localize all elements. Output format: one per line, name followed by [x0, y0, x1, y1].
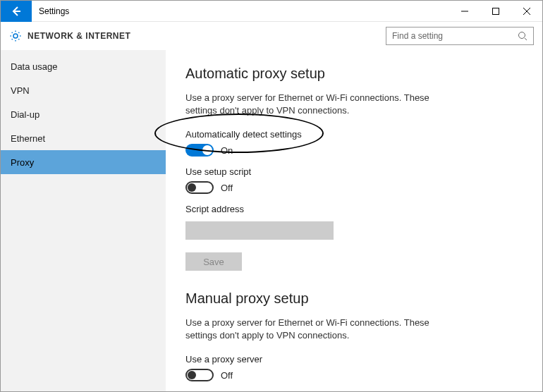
sidebar-item-proxy[interactable]: Proxy: [1, 150, 166, 174]
search-icon: [518, 31, 527, 41]
sidebar-item-data-usage[interactable]: Data usage: [1, 54, 166, 78]
maximize-icon: [492, 8, 499, 15]
detect-settings-toggle-row: On: [185, 144, 523, 157]
maximize-button[interactable]: [480, 1, 511, 22]
gear-icon: [9, 30, 22, 42]
use-proxy-state: Off: [221, 370, 233, 381]
sidebar-item-label: Dial-up: [11, 109, 39, 120]
body: Data usage VPN Dial-up Ethernet Proxy Au…: [1, 50, 542, 392]
detect-settings-toggle[interactable]: [185, 144, 214, 157]
sidebar-item-ethernet[interactable]: Ethernet: [1, 126, 166, 150]
manual-desc: Use a proxy server for Ethernet or Wi-Fi…: [185, 317, 460, 341]
sidebar-item-dial-up[interactable]: Dial-up: [1, 102, 166, 126]
use-proxy-label: Use a proxy server: [185, 354, 523, 365]
svg-point-5: [519, 32, 525, 39]
header-title: NETWORK & INTERNET: [28, 31, 386, 41]
arrow-left-icon: [11, 6, 22, 17]
svg-rect-2: [493, 8, 499, 14]
close-icon: [523, 8, 530, 15]
back-button[interactable]: [1, 1, 32, 22]
close-button[interactable]: [511, 1, 542, 22]
content-pane: Automatic proxy setup Use a proxy server…: [166, 50, 542, 392]
window-controls: [449, 1, 542, 22]
search-input[interactable]: Find a setting: [386, 27, 534, 45]
manual-section: Manual proxy setup Use a proxy server fo…: [185, 290, 523, 392]
window-title: Settings: [32, 6, 449, 16]
minimize-button[interactable]: [449, 1, 480, 22]
save-button[interactable]: Save: [185, 252, 242, 271]
use-script-label: Use setup script: [185, 166, 523, 177]
use-script-state: Off: [221, 183, 233, 193]
page-header: NETWORK & INTERNET Find a setting: [1, 22, 542, 50]
sidebar-item-label: Data usage: [11, 61, 58, 72]
automatic-heading: Automatic proxy setup: [185, 66, 523, 82]
sidebar-item-label: VPN: [11, 85, 30, 96]
title-bar: Settings: [1, 1, 542, 22]
use-proxy-toggle[interactable]: [185, 369, 214, 381]
sidebar-item-label: Ethernet: [11, 133, 45, 144]
use-proxy-toggle-row: Off: [185, 369, 523, 381]
script-address-input[interactable]: [185, 221, 334, 240]
sidebar: Data usage VPN Dial-up Ethernet Proxy: [1, 50, 166, 392]
minimize-icon: [461, 8, 468, 15]
use-script-toggle[interactable]: [185, 181, 214, 194]
script-address-label: Script address: [185, 204, 523, 214]
manual-heading: Manual proxy setup: [185, 290, 523, 307]
detect-settings-state: On: [221, 145, 233, 156]
sidebar-item-vpn[interactable]: VPN: [1, 78, 166, 102]
save-button-label: Save: [203, 257, 224, 267]
sidebar-item-label: Proxy: [11, 157, 34, 168]
svg-line-6: [525, 38, 527, 40]
automatic-desc: Use a proxy server for Ethernet or Wi-Fi…: [185, 92, 460, 116]
use-script-toggle-row: Off: [185, 181, 523, 194]
search-placeholder: Find a setting: [392, 31, 518, 41]
detect-settings-label: Automatically detect settings: [185, 129, 523, 140]
